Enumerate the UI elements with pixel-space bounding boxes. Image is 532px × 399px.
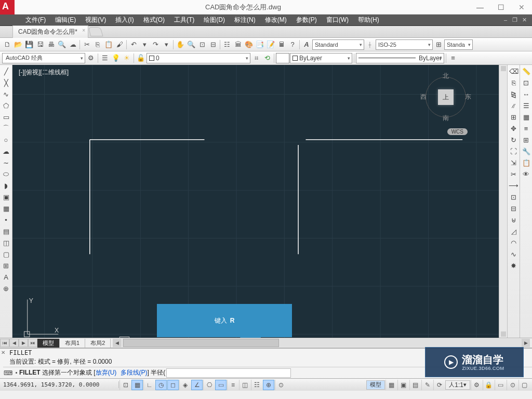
viewcube-north[interactable]: 北 (443, 72, 449, 81)
status-grid2-icon[interactable]: ▦ (385, 380, 397, 390)
measure-icon[interactable]: 📏 (521, 66, 531, 76)
qp-toggle-icon[interactable]: ☷ (251, 380, 262, 390)
construction-line-icon[interactable]: ╳ (1, 77, 11, 88)
menu-help[interactable]: 帮助(H) (353, 16, 384, 24)
block-icon[interactable]: ▦ (521, 112, 531, 122)
mirror-icon[interactable]: ⧎ (509, 89, 519, 99)
constraint-icon[interactable]: ⊡ (521, 77, 531, 88)
viewcube-east[interactable]: 东 (465, 92, 471, 101)
menu-draw[interactable]: 绘图(D) (199, 16, 230, 24)
paste-icon[interactable]: 📋 (103, 39, 114, 50)
undo-dropdown-icon[interactable]: ▾ (139, 39, 150, 50)
zoom-window-icon[interactable]: ⊡ (197, 39, 207, 50)
sc-toggle-icon[interactable]: ⊕ (263, 380, 274, 390)
layer-states-icon[interactable]: 💡 (111, 53, 121, 63)
copy-icon[interactable]: ⎘ (92, 39, 103, 50)
menu-param[interactable]: 参数(P) (291, 16, 322, 24)
trim-icon[interactable]: ✂ (509, 169, 519, 179)
zoom-prev-icon[interactable]: ⊟ (208, 39, 218, 50)
hscroll-thumb[interactable] (123, 339, 279, 347)
table-icon[interactable]: ⊞ (1, 260, 11, 271)
erase-icon[interactable]: ⌫ (509, 66, 519, 76)
new-file-icon[interactable]: 🗋 (2, 39, 12, 50)
horizontal-scrollbar[interactable]: ◀ ▶ (113, 339, 530, 347)
cut-icon[interactable]: ✂ (82, 39, 92, 50)
drawing-canvas[interactable]: [-][俯视][二维线框] (12, 65, 499, 338)
undo-icon[interactable]: ↶ (128, 39, 139, 50)
command-option-polyline[interactable]: 多段线(P) (121, 369, 148, 376)
status-lock-ui-icon[interactable]: 🔒 (483, 380, 494, 390)
command-option-undo[interactable]: 放弃(U) (96, 369, 117, 376)
tab-layout2[interactable]: 布局2 (85, 339, 111, 348)
save-icon[interactable]: 💾 (24, 39, 34, 50)
status-qview-icon[interactable]: ▣ (397, 380, 409, 390)
tab-layout1[interactable]: 布局1 (60, 339, 85, 348)
revision-cloud-icon[interactable]: ☁ (1, 146, 11, 156)
move-icon[interactable]: ✥ (509, 123, 519, 134)
layer-manager-icon[interactable]: ☰ (521, 100, 531, 111)
match-icon[interactable]: 🖌 (114, 39, 125, 50)
spline-icon[interactable]: ∼ (1, 157, 11, 168)
polar-toggle-icon[interactable]: ◷ (155, 380, 167, 390)
status-anno-auto-icon[interactable]: ⟳ (433, 380, 445, 390)
tool-palettes-icon[interactable]: 🎨 (244, 39, 254, 50)
help-icon[interactable]: ? (287, 39, 298, 50)
polygon-icon[interactable]: ⬠ (1, 100, 11, 111)
layout-nav-last-icon[interactable]: ⏭ (28, 339, 37, 347)
status-anno-vis-icon[interactable]: ✎ (421, 380, 433, 390)
region-icon[interactable]: ▢ (1, 249, 11, 259)
properties-icon[interactable]: ☷ (222, 39, 232, 50)
saveas-icon[interactable]: 🖫 (35, 39, 45, 50)
menu-format[interactable]: 格式(O) (139, 16, 169, 24)
am-toggle-icon[interactable]: ⊙ (275, 380, 286, 390)
copy-tool-icon[interactable]: ⎘ (509, 77, 519, 88)
minimize-button[interactable]: — (470, 0, 490, 15)
menu-file[interactable]: 文件(F) (21, 16, 50, 24)
mdi-minimize-icon[interactable]: – (502, 17, 509, 23)
table-style-combo[interactable]: Standa (444, 39, 473, 50)
status-coordinates[interactable]: 1364.9691, 1549.3720, 0.0000 (2, 381, 119, 388)
ellipse-icon[interactable]: ⬭ (1, 169, 11, 179)
circle-icon[interactable]: ○ (1, 135, 11, 145)
color-swatch[interactable] (276, 53, 289, 63)
gradient-icon[interactable]: ◫ (1, 237, 11, 248)
status-hardware-icon[interactable]: ▭ (495, 380, 506, 390)
status-model-button[interactable]: 模型 (366, 380, 385, 390)
lineweight-combo[interactable]: ByLayer (356, 53, 444, 63)
design-center-icon[interactable]: 🏛 (233, 39, 243, 50)
menu-insert[interactable]: 插入(I) (111, 16, 138, 24)
lwt-toggle-icon[interactable]: ≡ (227, 380, 238, 390)
workspace-settings-icon[interactable]: ⚙ (86, 53, 96, 63)
layer-combo[interactable]: 0 (147, 53, 250, 63)
publish-icon[interactable]: ☁ (68, 39, 78, 50)
util-icon[interactable]: 🔧 (521, 146, 531, 156)
extend-icon[interactable]: ⟶ (509, 180, 519, 191)
layout-nav-first-icon[interactable]: ⏮ (0, 339, 9, 347)
redo-dropdown-icon[interactable]: ▾ (161, 39, 171, 50)
block-make-icon[interactable]: ▦ (1, 203, 11, 214)
menu-dim[interactable]: 标注(N) (230, 16, 260, 24)
hscroll-left-icon[interactable]: ◀ (113, 339, 121, 347)
viewcube-south[interactable]: 南 (443, 114, 449, 123)
print-preview-icon[interactable]: 🔍 (57, 39, 67, 50)
sheetset-icon[interactable]: 📑 (255, 39, 265, 50)
maximize-button[interactable]: ☐ (490, 0, 511, 15)
open-file-icon[interactable]: 📂 (13, 39, 23, 50)
workspace-combo[interactable]: AutoCAD 经典 (2, 53, 85, 63)
zoom-realtime-icon[interactable]: 🔍 (186, 39, 196, 50)
hscroll-right-icon[interactable]: ▶ (522, 339, 530, 347)
scale-icon[interactable]: ⛶ (509, 146, 519, 156)
layer-freeze-icon[interactable]: ☀ (122, 53, 132, 63)
break-point-icon[interactable]: ⊡ (509, 192, 519, 202)
layer-props-icon[interactable]: ☰ (100, 53, 110, 63)
fillet-icon[interactable]: ◠ (509, 237, 519, 248)
pan-icon[interactable]: ✋ (175, 39, 185, 50)
layer-iso-icon[interactable]: ⌗ (251, 53, 261, 63)
dim-icon[interactable]: ↔ (521, 89, 531, 99)
document-tab-close-icon[interactable]: × (82, 28, 85, 33)
addselected-icon[interactable]: ⊕ (1, 283, 11, 294)
tpy-toggle-icon[interactable]: ◫ (239, 380, 250, 390)
hatch-icon[interactable]: ▤ (1, 226, 11, 236)
status-cleanscreen-icon[interactable]: ▢ (518, 380, 530, 390)
menu-window[interactable]: 窗口(W) (322, 16, 353, 24)
